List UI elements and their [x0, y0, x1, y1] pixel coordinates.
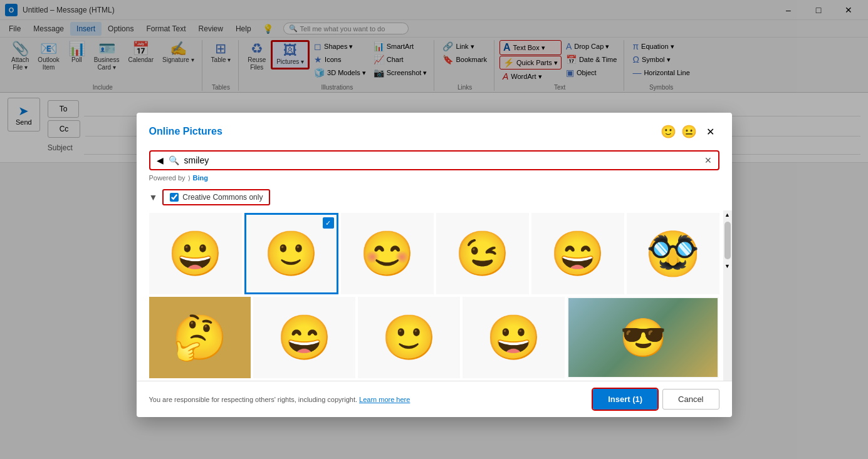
- search-icon: 🔍: [169, 155, 179, 163]
- smiley-happy-button[interactable]: 🙂: [661, 124, 676, 139]
- online-pictures-modal: Online Pictures 🙂 😐 ✕ ◀ 🔍 ✕ Powered by ⟩…: [137, 113, 732, 163]
- search-input[interactable]: [184, 155, 699, 163]
- smiley-neutral-button[interactable]: 😐: [681, 124, 697, 139]
- modal-header: Online Pictures 🙂 😐 ✕: [137, 113, 732, 145]
- modal-close-button[interactable]: ✕: [702, 123, 719, 140]
- modal-title: Online Pictures: [149, 126, 222, 137]
- modal-overlay: Online Pictures 🙂 😐 ✕ ◀ 🔍 ✕ Powered by ⟩…: [0, 0, 868, 163]
- search-area: ◀ 🔍 ✕ Powered by ⟩ Bing: [137, 145, 732, 163]
- search-clear-button[interactable]: ✕: [704, 155, 712, 163]
- search-box: ◀ 🔍 ✕: [149, 150, 719, 163]
- back-button[interactable]: ◀: [157, 155, 164, 163]
